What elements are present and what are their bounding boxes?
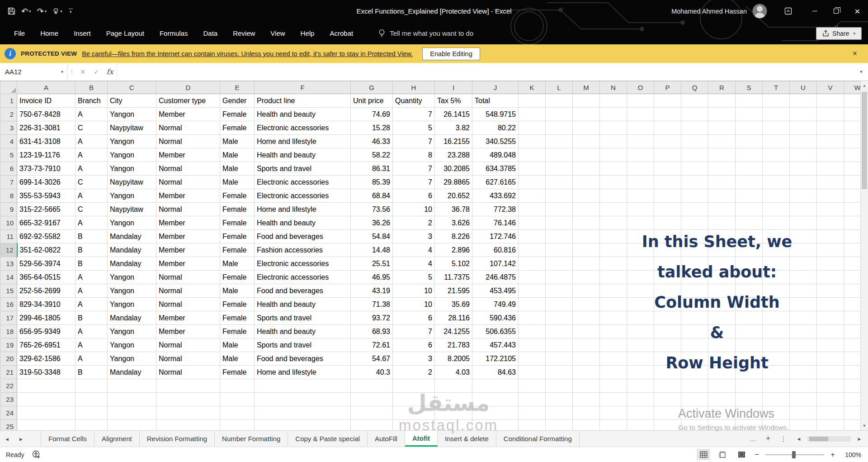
cell-T16[interactable]: [763, 298, 790, 311]
cell-P3[interactable]: [654, 121, 681, 135]
cell-L21[interactable]: [546, 366, 573, 379]
sheet-tab-insert-delete[interactable]: Insert & delete: [438, 431, 496, 447]
cell-U5[interactable]: [790, 148, 817, 162]
page-break-preview-button[interactable]: [735, 449, 748, 460]
cell-N1[interactable]: [600, 94, 627, 108]
cell-H19[interactable]: 6: [393, 338, 435, 352]
column-header-D[interactable]: D: [156, 81, 220, 94]
cell-L22[interactable]: [546, 379, 573, 393]
cell-U2[interactable]: [790, 108, 817, 121]
cell-E9[interactable]: Female: [220, 203, 255, 216]
cell-O2[interactable]: [627, 108, 654, 121]
row-header-9[interactable]: 9: [0, 203, 17, 216]
cell-U10[interactable]: [790, 216, 817, 230]
cell-P7[interactable]: [654, 176, 681, 189]
row-header-2[interactable]: 2: [0, 108, 17, 121]
cell-M9[interactable]: [573, 203, 600, 216]
cell-N13[interactable]: [600, 257, 627, 271]
cell-N18[interactable]: [600, 325, 627, 338]
cell-E4[interactable]: Male: [220, 135, 255, 148]
cell-T10[interactable]: [763, 216, 790, 230]
cell-H4[interactable]: 7: [393, 135, 435, 148]
cell-C7[interactable]: Naypyitaw: [108, 176, 156, 189]
cell-F19[interactable]: Sports and travel: [255, 338, 351, 352]
cell-C19[interactable]: Yangon: [108, 338, 156, 352]
cell-L11[interactable]: [546, 230, 573, 243]
cell-G1[interactable]: Unit price: [351, 94, 393, 108]
cell-F17[interactable]: Sports and travel: [255, 311, 351, 325]
cell-G10[interactable]: 36.26: [351, 216, 393, 230]
cell-B3[interactable]: C: [75, 121, 108, 135]
cell-S19[interactable]: [736, 338, 763, 352]
cell-P14[interactable]: [654, 271, 681, 284]
cell-S20[interactable]: [736, 352, 763, 366]
cell-T17[interactable]: [763, 311, 790, 325]
cell-T12[interactable]: [763, 243, 790, 257]
cell-N17[interactable]: [600, 311, 627, 325]
cell-B6[interactable]: A: [75, 162, 108, 176]
ribbon-tab-file[interactable]: File: [6, 22, 33, 44]
cell-H12[interactable]: 4: [393, 243, 435, 257]
cell-M11[interactable]: [573, 230, 600, 243]
cell-G16[interactable]: 71.38: [351, 298, 393, 311]
cell-Q7[interactable]: [681, 176, 708, 189]
cell-K23[interactable]: [519, 393, 546, 406]
cell-G25[interactable]: [351, 420, 393, 431]
cell-C6[interactable]: Yangon: [108, 162, 156, 176]
cell-K6[interactable]: [519, 162, 546, 176]
cell-K19[interactable]: [519, 338, 546, 352]
cell-K18[interactable]: [519, 325, 546, 338]
cell-I23[interactable]: [435, 393, 472, 406]
cell-J21[interactable]: 84.63: [472, 366, 519, 379]
cell-B1[interactable]: Branch: [75, 94, 108, 108]
cell-V21[interactable]: [817, 366, 844, 379]
formula-input[interactable]: [117, 63, 854, 81]
cell-J17[interactable]: 590.436: [472, 311, 519, 325]
cell-H21[interactable]: 2: [393, 366, 435, 379]
message-bar-close-button[interactable]: ×: [846, 49, 863, 58]
column-header-G[interactable]: G: [351, 81, 393, 94]
cell-I6[interactable]: 30.2085: [435, 162, 472, 176]
cell-K15[interactable]: [519, 284, 546, 298]
cell-E19[interactable]: Male: [220, 338, 255, 352]
cell-J25[interactable]: [472, 420, 519, 431]
sheet-tab-format-cells[interactable]: Format Cells: [41, 431, 94, 447]
cell-F22[interactable]: [255, 379, 351, 393]
ribbon-tab-page-layout[interactable]: Page Layout: [99, 22, 152, 44]
cell-R3[interactable]: [708, 121, 736, 135]
cell-J24[interactable]: [472, 406, 519, 420]
cell-G3[interactable]: 15.28: [351, 121, 393, 135]
column-header-T[interactable]: T: [763, 81, 790, 94]
cell-D20[interactable]: Normal: [156, 352, 220, 366]
cell-T21[interactable]: [763, 366, 790, 379]
cell-K8[interactable]: [519, 189, 546, 203]
cell-S3[interactable]: [736, 121, 763, 135]
cell-H17[interactable]: 6: [393, 311, 435, 325]
cell-B18[interactable]: A: [75, 325, 108, 338]
cell-M1[interactable]: [573, 94, 600, 108]
redo-button[interactable]: ↷ ▾: [35, 6, 49, 17]
cell-I2[interactable]: 26.1415: [435, 108, 472, 121]
cell-L19[interactable]: [546, 338, 573, 352]
user-avatar[interactable]: [752, 4, 767, 19]
cell-U22[interactable]: [790, 379, 817, 393]
cell-H22[interactable]: [393, 379, 435, 393]
cell-S6[interactable]: [736, 162, 763, 176]
touch-mode-dropdown-chevron[interactable]: ▾: [60, 9, 62, 14]
cell-K1[interactable]: [519, 94, 546, 108]
cell-J20[interactable]: 172.2105: [472, 352, 519, 366]
cell-U8[interactable]: [790, 189, 817, 203]
cell-S1[interactable]: [736, 94, 763, 108]
cell-E23[interactable]: [220, 393, 255, 406]
cell-H24[interactable]: [393, 406, 435, 420]
cell-T25[interactable]: [763, 420, 790, 431]
cell-F7[interactable]: Electronic accessories: [255, 176, 351, 189]
row-header-3[interactable]: 3: [0, 121, 17, 135]
cell-E18[interactable]: Female: [220, 325, 255, 338]
cell-U21[interactable]: [790, 366, 817, 379]
cell-F18[interactable]: Health and beauty: [255, 325, 351, 338]
cell-O14[interactable]: [627, 271, 654, 284]
row-header-20[interactable]: 20: [0, 352, 17, 366]
cell-N4[interactable]: [600, 135, 627, 148]
cell-F5[interactable]: Health and beauty: [255, 148, 351, 162]
